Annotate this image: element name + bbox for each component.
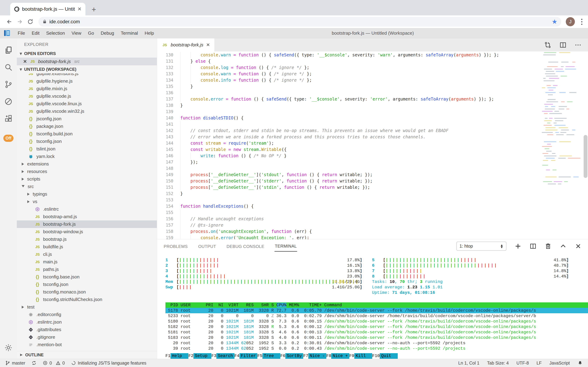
code-editor[interactable]: 130 console.warn = function () { safeSen… — [157, 51, 588, 239]
tree-item-.eslintrc.json[interactable]: .eslintrc.json — [17, 318, 157, 326]
tree-item-.editorconfig[interactable]: .editorconfig — [17, 311, 157, 318]
kill-terminal-icon[interactable] — [545, 243, 552, 250]
fnkey-label-F7[interactable]: Nice - — [308, 353, 326, 359]
tree-item-buildfile.js[interactable]: JSbuildfile.js — [17, 243, 157, 250]
menu-edit[interactable]: Edit — [28, 28, 43, 38]
problems-item[interactable]: 0 0 — [43, 360, 65, 366]
fnkey-F8[interactable]: F8 — [326, 353, 331, 359]
browser-menu-icon[interactable] — [580, 18, 583, 26]
git-branch-item[interactable]: master — [5, 360, 25, 366]
fnkey-F3[interactable]: F3 — [211, 353, 216, 359]
bell-icon[interactable] — [578, 360, 583, 366]
search-icon[interactable] — [0, 59, 17, 76]
fnkey-label-F3[interactable]: Search — [216, 353, 234, 359]
tab-output[interactable]: OUTPUT — [198, 241, 216, 251]
tree-item-gulpfile.hygiene.js[interactable]: JSgulpfile.hygiene.js — [17, 77, 157, 85]
open-changes-icon[interactable] — [544, 41, 552, 49]
tree-item-bootstrap-fork.js[interactable]: JSbootstrap-fork.js — [17, 220, 157, 228]
tree-item-main.js[interactable]: JSmain.js — [17, 258, 157, 266]
language-status-item[interactable]: Initializing JS/TS language features — [71, 360, 146, 366]
split-terminal-icon[interactable] — [530, 243, 537, 250]
tree-item-gulpfile.vscode.linux.js[interactable]: JSgulpfile.vscode.linux.js — [17, 100, 157, 108]
section-outline[interactable]: OUTLINE — [17, 351, 157, 359]
tab-problems[interactable]: PROBLEMS — [163, 241, 188, 251]
new-terminal-icon[interactable] — [514, 243, 522, 250]
tree-item-.gitattributes[interactable]: .gitattributes — [17, 326, 157, 333]
tree-item-typings[interactable]: typings — [17, 190, 157, 198]
tree-item-gulpfile.vscode.win32.js[interactable]: JSgulpfile.vscode.win32.js — [17, 108, 157, 115]
bookmark-star-icon[interactable]: ★ — [552, 18, 557, 25]
tree-item-cli.js[interactable]: JScli.js — [17, 250, 157, 258]
process-row[interactable]: 5181 root 20 0 1021M 181M 3328 S 4.6 0.6… — [166, 330, 588, 335]
editor-tab-close-icon[interactable]: ✕ — [206, 42, 210, 48]
fnkey-label-F6[interactable]: SortBy — [285, 353, 303, 359]
terminal-select[interactable]: 1: htop ▲▼ — [456, 242, 506, 251]
tree-item-.gitignore[interactable]: .gitignore — [17, 333, 157, 341]
tree-item-test[interactable]: test — [17, 303, 157, 311]
fnkey-label-F9[interactable]: Kill — [354, 353, 372, 359]
fnkey-label-F4[interactable]: Filter — [240, 353, 257, 359]
split-editor-icon[interactable] — [559, 41, 567, 49]
tree-item-tsconfig.json[interactable]: {}tsconfig.json — [17, 281, 157, 288]
tree-item-gulpfile.extensions.js[interactable]: JSgulpfile.extensions.js — [17, 73, 157, 77]
process-row[interactable]: 5233 root 20 0 0 0 0 Z 36.3 0.0 0:02.79 … — [166, 313, 588, 319]
tree-item-scripts[interactable]: scripts — [17, 175, 157, 183]
back-icon[interactable] — [5, 17, 14, 26]
tree-item-gulpfile.vscode.js[interactable]: JSgulpfile.vscode.js — [17, 92, 157, 100]
menu-selection[interactable]: Selection — [43, 28, 68, 38]
fnkey-F2[interactable]: F2 — [188, 353, 193, 359]
gear-icon[interactable] — [0, 339, 17, 356]
tab-terminal[interactable]: TERMINAL — [274, 241, 297, 252]
maximize-panel-icon[interactable] — [560, 243, 567, 250]
status-badge[interactable]: Off — [3, 135, 13, 142]
editor-scrollbar[interactable] — [584, 135, 588, 178]
process-row[interactable]: 5178 root 20 0 1021M 181M 3328 R 72.7 0.… — [166, 308, 588, 313]
close-icon[interactable]: ✕ — [23, 59, 27, 64]
tree-item-tsconfig.base.json[interactable]: {}tsconfig.base.json — [17, 273, 157, 281]
cursor-position[interactable]: Ln 1, Col 1 — [458, 360, 480, 366]
process-row[interactable]: 5180 root 20 0 1021M 181M 3328 S 7.3 0.6… — [166, 319, 588, 324]
tree-item-bootstrap.js[interactable]: JSbootstrap.js — [17, 235, 157, 243]
close-panel-icon[interactable] — [575, 243, 582, 250]
process-row[interactable]: 5183 root 20 0 1021M 181M 3328 S 4.0 0.6… — [166, 335, 588, 340]
tree-item-resources[interactable]: resources — [17, 168, 157, 175]
tree-item-extensions[interactable]: extensions — [17, 160, 157, 168]
tree-item-gulpfile.mixin.js[interactable]: JSgulpfile.mixin.js — [17, 85, 157, 92]
url-bar[interactable]: ide.coder.com ★ — [39, 17, 561, 27]
debug-disabled-icon[interactable] — [0, 93, 17, 110]
fnkey-F7[interactable]: F7 — [303, 353, 308, 359]
process-row[interactable]: 39 root 20 0 1344M 62052 1952 S 0.0 0.2 … — [166, 346, 588, 351]
tree-item-bootstrap-window.js[interactable]: JSbootstrap-window.js — [17, 228, 157, 235]
source-control-icon[interactable] — [0, 76, 17, 93]
tab-debug-console[interactable]: DEBUG CONSOLE — [226, 241, 265, 251]
open-editor-item[interactable]: ✕ JS bootstrap-fork.js src — [17, 58, 157, 65]
section-workspace[interactable]: UNTITLED (WORKSPACE) — [17, 65, 157, 73]
fnkey-label-F8[interactable]: Nice + — [331, 353, 349, 359]
terminal[interactable]: 1[||||||||||||17.8%]2[||||||||||||16.1%]… — [157, 253, 588, 359]
tree-item-tsconfig.build.json[interactable]: {}tsconfig.build.json — [17, 130, 157, 138]
fnkey-label-F1[interactable]: Help — [171, 353, 188, 359]
editor-tab-active[interactable]: JS bootstrap-fork.js ✕ — [157, 38, 215, 51]
tree-item-tsconfig.strictNullChecks.json[interactable]: {}tsconfig.strictNullChecks.json — [17, 296, 157, 303]
minimap[interactable] — [541, 52, 583, 192]
fnkey-F9[interactable]: F9 — [349, 353, 354, 359]
tree-item-yarn.lock[interactable]: yarn.lock — [17, 153, 157, 160]
tree-item-.mention-bot[interactable]: .mention-bot — [17, 341, 157, 349]
tree-item-tsconfig.monaco.json[interactable]: {}tsconfig.monaco.json — [17, 288, 157, 296]
menu-go[interactable]: Go — [85, 28, 98, 38]
htop-table-header[interactable]: PID USER PRI NI VIRT RES SHR S CPU% MEM%… — [166, 302, 588, 308]
menu-terminal[interactable]: Terminal — [117, 28, 141, 38]
fnkey-label-F10[interactable]: Quit — [380, 353, 398, 359]
tree-item-paths.js[interactable]: JSpaths.js — [17, 266, 157, 273]
browser-tab[interactable]: bootstrap-fork.js — Untitled (W ✕ — [10, 3, 85, 15]
fnkey-F10[interactable]: F10 — [372, 353, 380, 359]
fnkey-label-F2[interactable]: Setup — [193, 353, 211, 359]
reload-icon[interactable] — [25, 17, 35, 26]
fnkey-F4[interactable]: F4 — [234, 353, 240, 359]
menu-help[interactable]: Help — [141, 28, 157, 38]
tree-item-package.json[interactable]: {}package.json — [17, 123, 157, 130]
explorer-icon[interactable] — [0, 42, 17, 59]
indentation[interactable]: Tab Size: 4 — [487, 360, 509, 366]
process-row[interactable]: 20 root 20 0 1344M 62052 1952 S 3.3 0.2 … — [166, 340, 588, 346]
fnkey-label-F5[interactable]: Tree — [262, 353, 280, 359]
